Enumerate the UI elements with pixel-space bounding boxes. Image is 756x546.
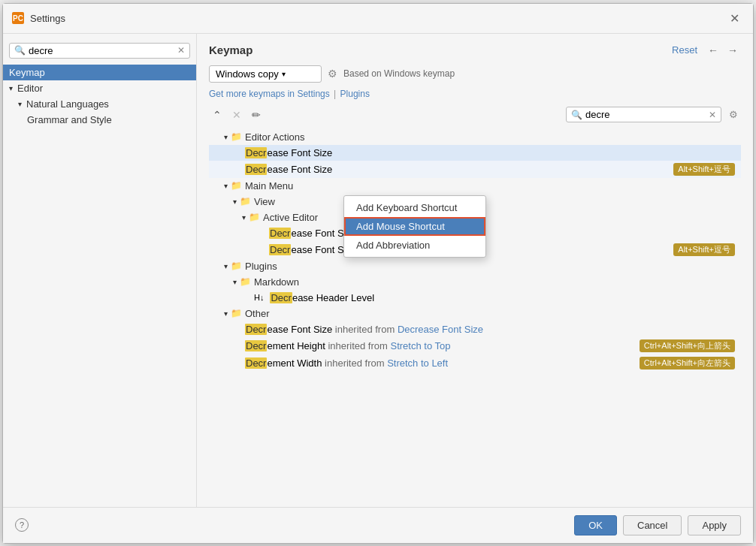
view-chevron-icon: ▾: [233, 198, 237, 206]
section-header-other[interactable]: ▾ 📁 Other: [209, 306, 741, 321]
sidebar-item-editor[interactable]: ▾ Editor: [3, 80, 196, 96]
section-header-markdown[interactable]: ▾ 📁 Markdown: [209, 274, 741, 290]
sidebar-item-editor-label: Editor: [17, 83, 43, 94]
context-menu-add-keyboard[interactable]: Add Keyboard Shortcut: [344, 198, 485, 217]
tree-row-label-decrease-font-2: Decrease Font Size: [242, 164, 673, 175]
collapse-button[interactable]: ✕: [228, 107, 245, 123]
tree-row-decrease-header[interactable]: H↓ Decrease Header Level: [209, 290, 741, 306]
context-menu-add-abbreviation[interactable]: Add Abbreviation: [344, 236, 485, 255]
tree-row-decrease-font-1[interactable]: Decrease Font Size: [209, 145, 741, 161]
settings-dialog: PC Settings ✕ 🔍 ✕ Keymap ▾ Editor: [2, 3, 754, 544]
close-button[interactable]: ✕: [725, 10, 744, 27]
section-label-editor-actions: Editor Actions: [245, 131, 305, 143]
toolbar-row: ⌃ ✕ ✏ 🔍 ✕ ⚙: [209, 107, 741, 123]
highlight-decr-header: Decr: [270, 292, 292, 303]
panel-header: Keymap Reset ← →: [209, 43, 741, 58]
main-panel: Keymap Reset ← → Windows copy ▾ ⚙ Based: [197, 34, 753, 507]
tree-row-label-decrement-height: Decrement Height inherited from Stretch …: [242, 340, 640, 351]
sidebar-item-keymap-label: Keymap: [9, 67, 45, 78]
tree-row-label-decrease-font-inherited: Decrease Font Size inherited from Decrea…: [242, 324, 735, 335]
folder-icon-other: 📁: [231, 308, 242, 318]
inherited-link-width[interactable]: Stretch to Left: [387, 357, 448, 369]
bottom-bar: ? OK Cancel Apply: [3, 507, 753, 543]
section-label-main-menu: Main Menu: [245, 180, 293, 192]
get-more-keymaps-link[interactable]: Get more keymaps in Settings: [209, 89, 330, 99]
heading-icon: H↓: [254, 293, 264, 302]
main-search-wrap: 🔍 ✕: [566, 107, 721, 122]
shortcut-badge-width: Ctrl+Alt+Shift+向左箭头: [640, 357, 735, 370]
sidebar-item-grammar-style-label: Grammar and Style: [27, 114, 112, 125]
gear-icon[interactable]: ⚙: [328, 68, 337, 80]
sidebar-item-keymap[interactable]: Keymap: [3, 65, 196, 80]
main-search-input[interactable]: [585, 109, 706, 120]
reset-link[interactable]: Reset: [672, 44, 697, 56]
highlight-decr-font-inh: Decr: [245, 324, 267, 335]
inherited-link-height[interactable]: Stretch to Top: [390, 340, 450, 351]
plugins-chevron-icon: ▾: [224, 262, 228, 270]
tree-area: ▾ 📁 Editor Actions Decrease Font Size De…: [209, 129, 741, 498]
folder-icon-active-editor: 📁: [249, 212, 260, 222]
link-separator: |: [334, 89, 336, 99]
help-button[interactable]: ?: [15, 518, 29, 532]
folder-icon-view: 📁: [240, 196, 251, 207]
tree-row-decrease-font-2[interactable]: Decrease Font Size Alt+Shift+逗号: [209, 161, 741, 178]
inherited-link-font[interactable]: Decrease Font Size: [398, 324, 483, 335]
highlight-decrement-width: Decr: [245, 357, 267, 369]
sidebar-search-input[interactable]: [29, 45, 174, 56]
context-menu: Add Keyboard Shortcut Add Mouse Shortcut…: [343, 195, 486, 258]
folder-icon-plugins: 📁: [231, 261, 242, 271]
page-title: Keymap: [209, 44, 253, 56]
sidebar-search-wrap: 🔍 ✕: [9, 43, 190, 59]
keymap-row: Windows copy ▾ ⚙ Based on Windows keymap: [209, 65, 741, 83]
nav-forward-button[interactable]: →: [724, 43, 741, 58]
expand-all-button[interactable]: ⌃: [209, 107, 225, 123]
tree-row-decrement-width[interactable]: Decrement Width inherited from Stretch t…: [209, 354, 741, 372]
section-header-main-menu[interactable]: ▾ 📁 Main Menu: [209, 178, 741, 194]
editor-chevron-icon: ▾: [9, 84, 13, 92]
section-label-plugins: Plugins: [245, 261, 277, 272]
tree-row-decrease-font-inherited[interactable]: Decrease Font Size inherited from Decrea…: [209, 321, 741, 337]
tree-row-label-decrease-font-active: Decrease Font Size: [266, 228, 735, 239]
title-bar: PC Settings ✕: [3, 4, 753, 34]
nav-back-button[interactable]: ←: [705, 43, 721, 58]
section-header-editor-actions[interactable]: ▾ 📁 Editor Actions: [209, 129, 741, 145]
sidebar-clear-icon[interactable]: ✕: [177, 45, 185, 56]
sidebar-item-grammar-style[interactable]: Grammar and Style: [3, 112, 196, 128]
section-label-view: View: [254, 196, 275, 207]
shortcut-badge-decrease-font-2: Alt+Shift+逗号: [673, 163, 735, 176]
tree-row-label-decrement-width: Decrement Width inherited from Stretch t…: [242, 357, 640, 369]
active-editor-chevron-icon: ▾: [242, 213, 246, 222]
section-label-markdown: Markdown: [254, 276, 299, 288]
section-label-active-editor: Active Editor: [263, 212, 318, 223]
search-settings-icon[interactable]: ⚙: [726, 107, 741, 122]
keymap-info: Based on Windows keymap: [343, 68, 455, 79]
apply-button[interactable]: Apply: [688, 515, 741, 535]
editor-actions-chevron-icon: ▾: [224, 133, 228, 141]
cancel-button[interactable]: Cancel: [623, 515, 682, 535]
highlight-decrement-height: Decr: [245, 340, 267, 351]
folder-icon-markdown: 📁: [240, 276, 251, 287]
keymap-links: Get more keymaps in Settings | Plugins: [209, 89, 741, 99]
tree-row-label-decrease-font-1: Decrease Font Size: [242, 147, 735, 158]
other-chevron-icon: ▾: [224, 309, 228, 318]
folder-icon-main-menu: 📁: [231, 180, 242, 191]
title-bar-left: PC Settings: [12, 12, 65, 24]
section-header-plugins[interactable]: ▾ 📁 Plugins: [209, 258, 741, 274]
tree-row-decrement-height[interactable]: Decrement Height inherited from Stretch …: [209, 337, 741, 354]
inherited-text-width: inherited from: [325, 357, 387, 369]
keymap-select[interactable]: Windows copy ▾: [209, 65, 322, 83]
edit-button[interactable]: ✏: [248, 107, 265, 123]
main-search-clear-icon[interactable]: ✕: [709, 110, 716, 120]
toolbar-left: ⌃ ✕ ✏: [209, 107, 265, 123]
sidebar-item-natural-languages-label: Natural Languages: [26, 98, 109, 110]
highlight-decr-all: Decr: [269, 244, 291, 255]
main-menu-chevron-icon: ▾: [224, 182, 228, 190]
ok-button[interactable]: OK: [574, 515, 617, 535]
keymap-select-chevron-icon: ▾: [282, 70, 286, 78]
nav-arrows: ← →: [705, 43, 741, 58]
search-bar: 🔍 ✕: [3, 40, 196, 65]
context-menu-add-mouse[interactable]: Add Mouse Shortcut: [344, 217, 485, 236]
plugins-link[interactable]: Plugins: [340, 89, 370, 99]
sidebar-item-natural-languages[interactable]: ▾ Natural Languages: [3, 96, 196, 112]
keymap-based-on: Based on Windows keymap: [343, 68, 455, 79]
